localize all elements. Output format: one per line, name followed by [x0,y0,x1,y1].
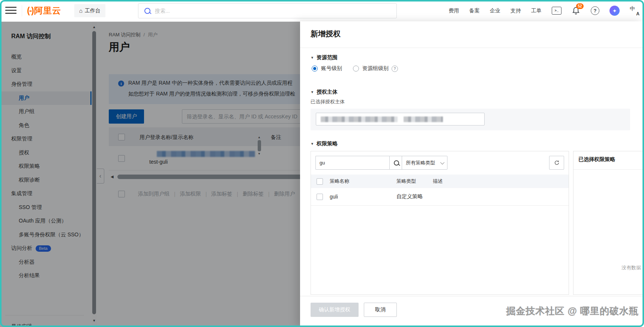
policy-name: guli [330,194,396,200]
aliyun-logo[interactable]: (-)阿里云 [27,5,61,16]
caret-down-icon: ▼ [311,142,314,146]
notification-badge: 52 [576,3,584,9]
section-principal-label: 授权主体 [317,89,338,96]
language-zh-glyph: 中 [630,6,635,12]
policy-type: 自定义策略 [396,193,433,200]
drawer-footer-divider [300,296,644,296]
nav-link-icp[interactable]: 备案 [469,7,480,14]
policy-list-panel: 所有策略类型 策略名称 策略类型 描述 guli 自定义策略 [311,151,569,295]
nav-link-support[interactable]: 支持 [510,7,521,14]
cancel-button[interactable]: 取消 [364,303,397,317]
language-en-glyph: A [636,11,639,16]
aliyun-logo-text: 阿里云 [34,6,61,15]
nav-link-tickets[interactable]: 工单 [531,7,542,14]
radio-resource-group-level-label[interactable]: 资源组级别 [362,65,389,72]
nav-link-enterprise[interactable]: 企业 [490,7,500,14]
policy-col-type: 策略类型 [396,178,433,185]
notifications-button[interactable]: 52 [572,6,581,16]
policy-refresh-button[interactable] [549,156,564,170]
hamburger-menu-icon[interactable] [5,7,17,14]
section-resource-scope-label: 资源范围 [317,54,338,61]
watermark-text: 掘金技术社区 @ 哪里的破水瓶 [506,305,639,317]
policy-row-checkbox[interactable] [317,194,323,200]
caret-down-icon: ▼ [311,90,314,94]
assistant-icon[interactable]: ✦ [609,6,620,16]
principal-panel [311,109,630,130]
section-policy[interactable]: ▼ 权限策略 [311,140,338,147]
add-grant-drawer: 新增授权 ▼ 资源范围 账号级别 资源组级别 ? ▼ 授权主体 已选择授权主体 … [300,21,644,327]
radio-account-level[interactable] [312,66,318,72]
chevron-down-icon [440,160,444,164]
policy-search-input[interactable] [315,156,389,170]
radio-resource-group-level[interactable] [353,66,359,72]
selected-policies-title: 已选择权限策略 [578,156,615,163]
nav-link-billing[interactable]: 费用 [449,7,459,14]
navbar-divider [22,5,22,16]
censored-principal-part2 [404,116,443,122]
policy-col-desc: 描述 [433,178,443,185]
global-search-input[interactable] [154,7,362,14]
confirm-grant-button[interactable]: 确认新增授权 [311,303,359,317]
workbench-button[interactable]: ⌂ 工作台 [74,4,105,17]
selected-principal-label: 已选择授权主体 [311,99,345,105]
section-policy-label: 权限策略 [317,140,338,147]
policy-table-row[interactable]: guli 自定义策略 [311,188,569,206]
app-window: (-)阿里云 ⌂ 工作台 费用 备案 企业 支持 工单 >_ 52 ? ✦ [0,0,644,327]
section-resource-scope[interactable]: ▼ 资源范围 [311,54,338,61]
drawer-title-divider [300,48,644,48]
search-icon [144,8,150,14]
policy-table-header: 策略名称 策略类型 描述 [311,175,569,188]
selected-policies-empty-text: 没有数据 [621,264,641,271]
policy-type-dropdown-value: 所有策略类型 [406,160,435,166]
radio-account-level-label[interactable]: 账号级别 [321,65,342,72]
resource-group-help-icon[interactable]: ? [392,66,398,72]
section-principal[interactable]: ▼ 授权主体 [311,89,338,96]
policy-type-dropdown[interactable]: 所有策略类型 [402,156,447,170]
policy-select-all-checkbox[interactable] [317,178,323,185]
policy-col-name: 策略名称 [330,178,396,185]
selected-policies-panel: 已选择权限策略 没有数据 [573,151,644,295]
help-icon[interactable]: ? [591,6,599,15]
cloudshell-icon[interactable]: >_ [552,7,561,15]
scope-radio-group: 账号级别 资源组级别 ? [312,65,398,72]
global-search [138,3,397,18]
principal-input[interactable] [316,113,485,125]
aliyun-logo-mark: (-) [27,6,33,15]
language-switcher-icon[interactable]: 中 A [630,6,639,15]
navbar-right-group: 费用 备案 企业 支持 工单 >_ 52 ? ✦ 中 A [449,0,639,21]
home-icon: ⌂ [79,7,83,14]
workbench-label: 工作台 [85,7,101,14]
censored-principal-part1 [321,116,398,122]
search-icon [394,160,399,166]
top-navbar: (-)阿里云 ⌂ 工作台 费用 备案 企业 支持 工单 >_ 52 ? ✦ [0,0,644,22]
refresh-icon [554,160,560,166]
caret-down-icon: ▼ [311,56,314,60]
modal-dim-overlay[interactable] [0,21,300,327]
policy-search [315,156,404,170]
drawer-title: 新增授权 [311,29,341,39]
selected-policies-divider [573,169,644,170]
